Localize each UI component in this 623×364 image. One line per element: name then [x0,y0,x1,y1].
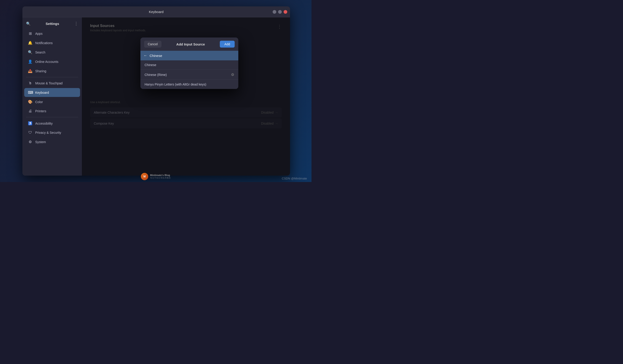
sidebar-item-label: Accessibility [35,122,53,125]
sidebar-item-label: Keyboard [35,91,49,94]
maximize-button[interactable] [278,10,282,14]
window-title: Keyboard [149,10,163,14]
sidebar-item-apps[interactable]: ⊞ Apps [24,29,80,38]
blog-title: Mintimate's Blog [150,174,171,176]
sidebar: 🔍 Settings ⋮ ⊞ Apps 🔔 Notifications 🔍 Se… [22,17,82,176]
sidebar-item-privacy-security[interactable]: 🛡 Privacy & Security [24,128,80,137]
chinese-rime-label: Chinese (Rime) [145,73,167,77]
sidebar-item-label: Notifications [35,41,53,45]
sidebar-item-printers[interactable]: 🖨 Printers [24,107,80,115]
sidebar-item-keyboard[interactable]: ⌨ Keyboard [24,88,80,97]
sidebar-search-icon[interactable]: 🔍 [26,21,31,26]
sidebar-menu-icon[interactable]: ⋮ [74,21,78,26]
cancel-button[interactable]: Cancel [144,41,161,47]
dialog-list: Chinese Chinese (Rime) ⚙ Hanyu Pinyin Le… [140,60,238,89]
search-icon: 🔍 [28,50,32,54]
privacy-icon: 🛡 [28,130,32,135]
blog-subtitle: 专注于你分享技术教程 [150,176,171,179]
sidebar-item-mouse-touchpad[interactable]: 🖱 Mouse & Touchpad [24,79,80,87]
system-icon: ⚙ [28,140,32,144]
blog-avatar: M [141,173,148,180]
list-item-chinese[interactable]: Chinese [140,60,238,70]
chinese-label: Chinese [145,63,156,67]
blog-credit: M Mintimate's Blog 专注于你分享技术教程 [141,173,171,180]
close-button[interactable] [284,10,287,14]
sidebar-item-system[interactable]: ⚙ System [24,137,80,146]
language-header: ← Chinese [140,51,238,60]
add-button[interactable]: Add [220,41,235,47]
sidebar-item-sharing[interactable]: 📤 Sharing [24,66,80,75]
watermark: CSDN @Mintimate [282,177,307,180]
titlebar: Keyboard [22,6,290,17]
dialog-content: ← Chinese Chinese Chinese (Rime) ⚙ [140,51,238,89]
dialog-overlay: Cancel Add Input Source Add ← Chinese [82,17,290,176]
sidebar-item-label: Online Accounts [35,60,58,64]
sidebar-item-accessibility[interactable]: ♿ Accessibility [24,119,80,128]
sidebar-item-label: Privacy & Security [35,131,61,134]
sidebar-item-notifications[interactable]: 🔔 Notifications [24,38,80,47]
hanyu-label: Hanyu Pinyin Letters (with AltGr dead ke… [145,83,206,86]
list-item-hanyu[interactable]: Hanyu Pinyin Letters (with AltGr dead ke… [140,80,238,89]
sidebar-item-label: Color [35,100,43,104]
blog-text: Mintimate's Blog 专注于你分享技术教程 [150,174,171,179]
mouse-icon: 🖱 [28,81,32,85]
sidebar-divider [26,77,78,77]
sidebar-item-label: System [35,140,46,144]
color-icon: 🎨 [28,100,32,104]
gear-icon[interactable]: ⚙ [231,72,234,77]
back-arrow-icon[interactable]: ← [144,54,147,58]
sidebar-app-title: Settings [45,22,59,26]
keyboard-icon: ⌨ [28,90,32,95]
dialog-titlebar: Cancel Add Input Source Add [140,38,238,51]
sidebar-item-online-accounts[interactable]: 👤 Online Accounts [24,57,80,66]
sidebar-item-label: Sharing [35,69,46,73]
sidebar-item-label: Search [35,50,45,54]
add-input-source-dialog: Cancel Add Input Source Add ← Chinese [140,38,238,89]
sidebar-divider-2 [26,117,78,117]
sidebar-item-label: Printers [35,109,46,113]
accessibility-icon: ♿ [28,121,32,126]
sharing-icon: 📤 [28,69,32,73]
minimize-button[interactable] [273,10,276,14]
dialog-title: Add Input Source [176,42,205,46]
list-item-chinese-rime[interactable]: Chinese (Rime) ⚙ [140,70,238,80]
main-layout: 🔍 Settings ⋮ ⊞ Apps 🔔 Notifications 🔍 Se… [22,17,290,176]
sidebar-item-search[interactable]: 🔍 Search [24,48,80,57]
sidebar-header: 🔍 Settings ⋮ [22,19,82,29]
settings-window: Keyboard 🔍 Settings ⋮ ⊞ Apps 🔔 Notificat… [22,6,290,176]
sidebar-item-label: Apps [35,32,43,35]
online-accounts-icon: 👤 [28,60,32,64]
content-area: ⋮ Input Sources Includes keyboard layout… [82,17,290,176]
sidebar-item-label: Mouse & Touchpad [35,81,63,85]
language-header-label: Chinese [150,54,162,58]
sidebar-item-color[interactable]: 🎨 Color [24,97,80,106]
apps-icon: ⊞ [28,31,32,36]
notifications-icon: 🔔 [28,41,32,45]
printers-icon: 🖨 [28,109,32,113]
window-controls [273,10,287,14]
